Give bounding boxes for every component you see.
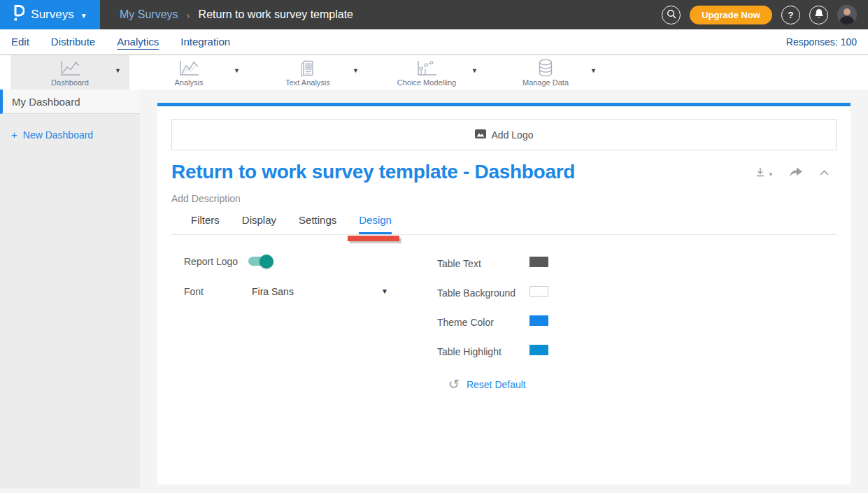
ribbon-item-analysis[interactable]: Analysis ▼ <box>129 55 248 90</box>
chevron-down-icon[interactable]: ▼ <box>590 67 597 74</box>
notifications-button[interactable] <box>809 6 828 24</box>
ribbon-item-manage-data[interactable]: Manage Data ▼ <box>486 55 605 90</box>
user-avatar[interactable] <box>837 5 857 24</box>
table-background-color-swatch[interactable] <box>529 286 548 296</box>
chevron-down-icon: ▼ <box>768 171 774 178</box>
ribbon-item-choice-modelling[interactable]: Choice Modelling ▼ <box>367 55 486 90</box>
image-icon <box>475 129 486 141</box>
analytics-ribbon: Dashboard ▼ Analysis ▼ Text Analysis ▼ C… <box>0 55 868 90</box>
ribbon-label: Choice Modelling <box>397 78 456 87</box>
question-mark-icon: ? <box>788 10 794 20</box>
ribbon-label: Dashboard <box>51 78 89 87</box>
reset-default-button[interactable]: ↺ Reset Default <box>448 378 526 391</box>
chevron-down-icon[interactable]: ▼ <box>115 67 121 74</box>
add-description-field[interactable]: Add Description <box>171 193 241 204</box>
bell-icon <box>814 8 824 21</box>
brand-menu[interactable]: Surveys ▼ <box>0 0 100 29</box>
table-text-color-swatch[interactable] <box>529 257 548 267</box>
tab-filters[interactable]: Filters <box>191 214 220 234</box>
sidebar-item-my-dashboard[interactable]: My Dashboard <box>0 90 140 114</box>
nav-tab-analytics[interactable]: Analytics <box>117 36 159 48</box>
share-button[interactable] <box>789 166 804 178</box>
breadcrumb: My Surveys › Return to work survey templ… <box>120 8 353 21</box>
reset-default-label: Reset Default <box>467 379 526 390</box>
dashboard-actions: ▼ <box>755 166 830 178</box>
settings-tabs: Filters Display Settings Design <box>171 210 837 235</box>
tab-settings[interactable]: Settings <box>299 214 336 234</box>
add-logo-label: Add Logo <box>492 129 534 141</box>
page-title: Return to work survey template - Dashboa… <box>171 161 575 183</box>
red-highlight-annotation <box>348 236 399 241</box>
chevron-down-icon[interactable]: ▼ <box>353 67 359 74</box>
theme-color-label: Theme Color <box>437 317 494 328</box>
survey-nav: Edit Distribute Analytics Integration Re… <box>0 29 868 55</box>
scatter-chart-icon <box>415 59 439 78</box>
ribbon-label: Analysis <box>175 78 204 87</box>
chevron-down-icon: ▼ <box>80 12 87 20</box>
breadcrumb-separator: › <box>187 9 190 21</box>
font-label: Font <box>184 286 204 297</box>
nav-tab-integration[interactable]: Integration <box>180 36 230 48</box>
ribbon-item-dashboard[interactable]: Dashboard ▼ <box>10 55 129 90</box>
ribbon-label: Manage Data <box>522 78 569 87</box>
nav-tab-distribute[interactable]: Distribute <box>51 36 95 48</box>
responses-count[interactable]: Responses: 100 <box>786 36 857 48</box>
brand-label: Surveys <box>31 8 73 22</box>
search-icon <box>667 9 676 21</box>
search-button[interactable] <box>662 6 681 24</box>
collapse-button[interactable] <box>819 169 830 176</box>
toggle-knob <box>259 255 273 269</box>
table-highlight-label: Table Highlight <box>437 346 501 357</box>
dashboard-sidebar: My Dashboard + New Dashboard <box>0 90 140 488</box>
table-highlight-color-swatch[interactable] <box>529 345 548 355</box>
nav-tab-edit[interactable]: Edit <box>11 36 29 48</box>
plus-icon: + <box>11 129 17 141</box>
top-bar: Surveys ▼ My Surveys › Return to work su… <box>0 0 868 29</box>
chevron-down-icon[interactable]: ▼ <box>471 67 478 74</box>
theme-color-swatch[interactable] <box>529 315 548 326</box>
chevron-down-icon[interactable]: ▼ <box>381 287 388 295</box>
tab-display[interactable]: Display <box>242 214 276 234</box>
table-text-label: Table Text <box>437 258 481 269</box>
upgrade-now-button[interactable]: Upgrade Now <box>690 6 772 24</box>
topbar-actions: Upgrade Now ? <box>662 5 868 24</box>
new-dashboard-button[interactable]: + New Dashboard <box>0 129 140 141</box>
add-logo-dropzone[interactable]: Add Logo <box>171 119 837 150</box>
report-logo-label: Report Logo <box>184 256 238 267</box>
download-button[interactable]: ▼ <box>755 166 774 178</box>
trend-chart-icon <box>177 59 201 78</box>
chevron-down-icon[interactable]: ▼ <box>234 67 240 74</box>
ribbon-label: Text Analysis <box>285 78 330 87</box>
document-grid-icon <box>299 59 317 78</box>
font-select[interactable]: Fira Sans <box>252 286 294 297</box>
breadcrumb-my-surveys[interactable]: My Surveys <box>120 8 178 21</box>
questionpro-logo-icon <box>13 4 24 25</box>
table-background-label: Table Background <box>437 287 515 299</box>
help-button[interactable]: ? <box>781 6 800 24</box>
breadcrumb-current-survey: Return to work survey template <box>199 8 353 21</box>
ribbon-item-text-analysis[interactable]: Text Analysis ▼ <box>248 55 367 90</box>
line-chart-icon <box>58 59 82 78</box>
avatar-photo <box>844 8 851 15</box>
dashboard-card: Add Logo Return to work survey template … <box>157 106 851 485</box>
reset-icon: ↺ <box>448 378 460 391</box>
tab-design[interactable]: Design <box>359 214 392 234</box>
database-icon <box>537 59 554 78</box>
report-logo-toggle[interactable] <box>248 257 271 266</box>
